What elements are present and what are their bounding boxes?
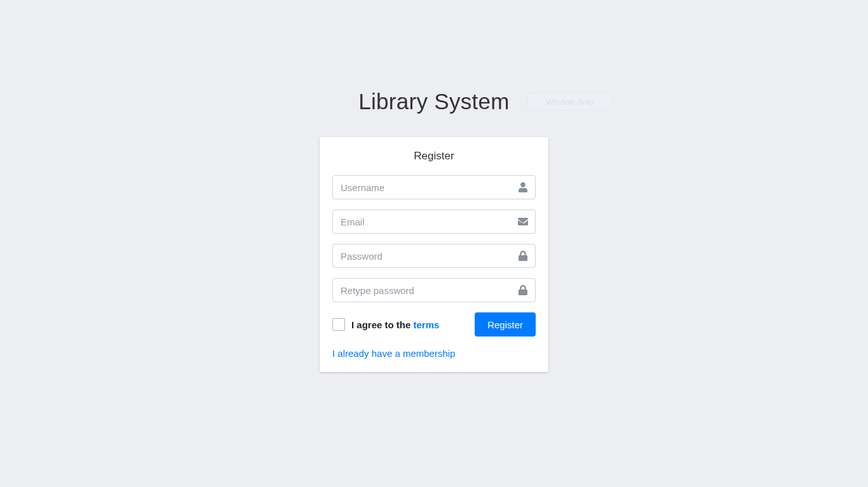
page-title: Library System bbox=[358, 89, 510, 114]
retype-password-input[interactable] bbox=[332, 278, 536, 302]
password-input[interactable] bbox=[332, 244, 536, 268]
card-title: Register bbox=[332, 150, 536, 163]
actions-row: I agree to the terms Register bbox=[332, 312, 536, 337]
retype-password-group bbox=[332, 278, 536, 302]
username-group bbox=[332, 175, 536, 199]
already-member-link[interactable]: I already have a membership bbox=[332, 348, 455, 359]
register-button[interactable]: Register bbox=[475, 312, 536, 337]
username-input[interactable] bbox=[332, 175, 536, 199]
register-card: Register bbox=[320, 137, 548, 372]
agree-prefix: I agree to the bbox=[351, 319, 414, 330]
agree-terms-text: I agree to the terms bbox=[351, 319, 439, 330]
agree-terms-checkbox[interactable] bbox=[332, 318, 345, 331]
email-group bbox=[332, 210, 536, 234]
email-input[interactable] bbox=[332, 210, 536, 234]
window-snip-badge: Window Snip bbox=[527, 93, 613, 110]
agree-terms-label[interactable]: I agree to the terms bbox=[332, 318, 439, 331]
terms-link[interactable]: terms bbox=[414, 319, 440, 330]
password-group bbox=[332, 244, 536, 268]
